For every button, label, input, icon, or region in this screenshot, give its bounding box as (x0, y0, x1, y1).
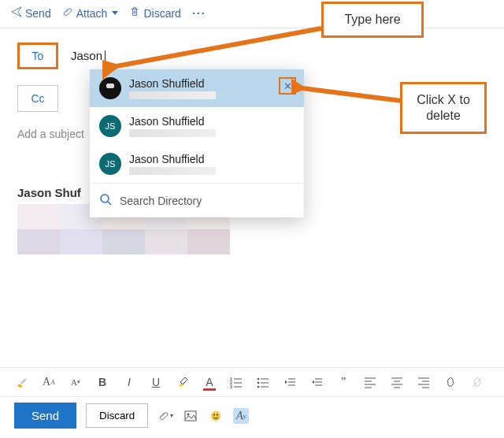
italic-button[interactable]: I (121, 374, 137, 390)
bold-button[interactable]: B (94, 374, 110, 390)
text-effects-icon[interactable]: Ay (233, 408, 249, 424)
font-color-button[interactable]: A (202, 374, 217, 390)
underline-button[interactable]: U (148, 374, 164, 390)
svg-line-3 (108, 202, 111, 205)
svg-point-12 (258, 382, 260, 384)
suggestion-sub (129, 91, 216, 99)
suggestion-name: Jason Shuffield (129, 77, 216, 90)
bulleted-list-button[interactable] (255, 374, 271, 390)
send-icon (11, 6, 22, 20)
search-directory[interactable]: Search Directory (90, 183, 304, 217)
discard-label: Discard (143, 7, 180, 20)
suggestion-name: Jason Shuffield (129, 115, 216, 128)
annotation-arrow-2 (291, 79, 410, 110)
send-command[interactable]: Send (11, 6, 51, 20)
cc-button[interactable]: Cc (17, 85, 58, 112)
highlight-button[interactable] (175, 374, 191, 390)
search-icon (99, 193, 112, 208)
suggestion-item[interactable]: JS Jason Shuffield (90, 107, 304, 145)
paperclip-icon (62, 6, 73, 20)
people-suggestions-dropdown: Jason Shuffield ✕ JS Jason Shuffield JS … (90, 69, 304, 217)
align-center-button[interactable] (389, 374, 405, 390)
numbered-list-button[interactable]: 123 (228, 374, 244, 390)
svg-point-10 (258, 378, 260, 380)
paint-format-icon[interactable] (14, 374, 30, 390)
trash-icon (129, 6, 140, 20)
align-right-button[interactable] (416, 374, 432, 390)
send-button[interactable]: Send (14, 403, 76, 429)
svg-point-39 (217, 414, 218, 415)
more-commands[interactable]: ··· (192, 7, 206, 20)
attach-command[interactable]: Attach (62, 6, 119, 20)
chevron-down-icon: ▾ (170, 412, 173, 419)
attach-label: Attach (76, 7, 108, 20)
svg-point-37 (211, 411, 220, 421)
quote-button[interactable]: ” (335, 374, 351, 390)
align-left-button[interactable] (362, 374, 378, 390)
suggestion-item[interactable]: JS Jason Shuffield (90, 145, 304, 183)
avatar: JS (99, 115, 121, 137)
indent-button[interactable] (309, 374, 324, 390)
suggestion-sub (129, 129, 216, 137)
svg-point-36 (187, 413, 190, 415)
annotation-click-x: Click X to delete (400, 82, 487, 134)
search-directory-label: Search Directory (120, 195, 202, 207)
font-size-down-icon[interactable]: A▾ (68, 374, 83, 390)
suggestion-sub (129, 167, 216, 175)
outdent-button[interactable] (282, 374, 298, 390)
avatar: JS (99, 153, 121, 175)
annotation-arrow-1 (102, 24, 331, 79)
to-input-value[interactable]: Jason (69, 46, 104, 65)
format-toolbar: AA A▾ B I U A 123 ” (0, 367, 504, 397)
svg-point-14 (258, 386, 260, 388)
remove-link-button[interactable] (469, 374, 485, 390)
font-size-up-icon[interactable]: AA (41, 374, 57, 390)
avatar (99, 77, 121, 99)
insert-picture-icon[interactable] (183, 408, 198, 424)
action-bar: Send Discard ▾ Ay (0, 398, 504, 433)
svg-line-0 (117, 28, 321, 66)
annotation-type-here: Type here (321, 2, 424, 38)
svg-line-1 (302, 88, 402, 101)
to-button[interactable]: To (17, 43, 58, 69)
suggestion-name: Jason Shuffield (129, 153, 216, 165)
discard-command[interactable]: Discard (129, 6, 180, 20)
svg-text:3: 3 (230, 384, 232, 388)
chevron-down-icon (112, 11, 118, 15)
attach-inline-icon[interactable]: ▾ (158, 408, 173, 424)
svg-point-2 (101, 195, 109, 202)
emoji-icon[interactable] (208, 408, 224, 424)
discard-button[interactable]: Discard (86, 403, 148, 428)
svg-point-38 (213, 414, 215, 415)
insert-link-button[interactable] (443, 374, 458, 390)
send-label: Send (25, 7, 51, 20)
close-icon: ✕ (284, 80, 292, 92)
